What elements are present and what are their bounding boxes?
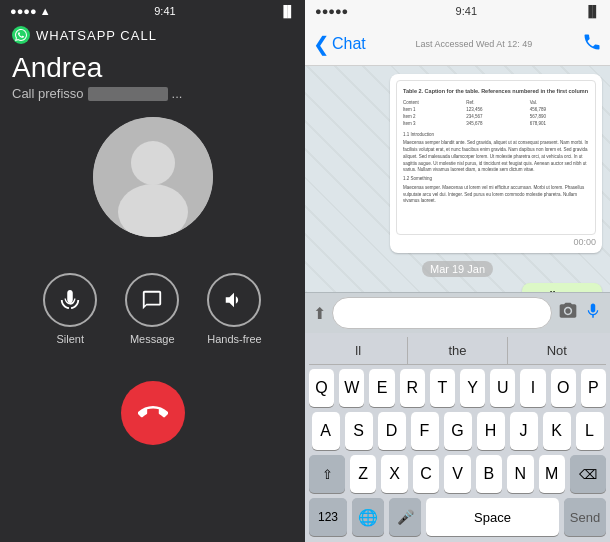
whatsapp-call-title: WHATSAPP CALL bbox=[36, 28, 157, 43]
key-u[interactable]: U bbox=[490, 369, 515, 407]
key-c[interactable]: C bbox=[413, 455, 439, 493]
key-shift[interactable]: ⇧ bbox=[309, 455, 345, 493]
chat-screen: ●●●●● 9:41 ▐▌ ❮ Chat Last Accessed Wed A… bbox=[305, 0, 610, 542]
camera-icon[interactable] bbox=[558, 301, 578, 326]
key-a[interactable]: A bbox=[312, 412, 340, 450]
key-j[interactable]: J bbox=[510, 412, 538, 450]
call-subtitle: Call prefisso ... bbox=[0, 86, 305, 101]
keyboard: ll the Not Q W E R T Y U I O P A S D F G… bbox=[305, 333, 610, 542]
left-battery: ▐▌ bbox=[279, 5, 295, 17]
caller-avatar bbox=[93, 117, 213, 237]
date-separator-text: Mar 19 Jan bbox=[422, 261, 493, 277]
key-y[interactable]: Y bbox=[460, 369, 485, 407]
message-input[interactable] bbox=[332, 297, 552, 329]
document-preview: Table 2. Caption for the table. Referenc… bbox=[396, 80, 596, 235]
keyboard-row-2: A S D F G H J K L bbox=[309, 412, 606, 450]
key-p[interactable]: P bbox=[581, 369, 606, 407]
silent-button[interactable]: Silent bbox=[43, 273, 97, 345]
silent-icon bbox=[43, 273, 97, 327]
message-icon bbox=[125, 273, 179, 327]
chat-call-button[interactable] bbox=[582, 32, 602, 56]
back-button[interactable]: ❮ Chat bbox=[313, 32, 366, 56]
right-battery: ▐▌ bbox=[584, 5, 600, 17]
key-z[interactable]: Z bbox=[350, 455, 376, 493]
right-signal: ●●●●● bbox=[315, 5, 348, 17]
chat-input-area: ⬆ bbox=[305, 292, 610, 333]
message-label: Message bbox=[130, 333, 175, 345]
key-b[interactable]: B bbox=[476, 455, 502, 493]
end-call-button[interactable] bbox=[121, 381, 185, 445]
document-message: Table 2. Caption for the table. Referenc… bbox=[390, 74, 602, 253]
left-status-bar: ●●●● ▲ 9:41 ▐▌ bbox=[0, 0, 305, 22]
left-signal: ●●●● ▲ bbox=[10, 5, 51, 17]
chat-navbar: ❮ Chat Last Accessed Wed At 12: 49 bbox=[305, 22, 610, 66]
key-space[interactable]: Space bbox=[426, 498, 559, 536]
key-g[interactable]: G bbox=[444, 412, 472, 450]
whatsapp-logo bbox=[12, 26, 30, 44]
scroll-button[interactable]: ⬆ bbox=[313, 304, 326, 323]
key-i[interactable]: I bbox=[520, 369, 545, 407]
svg-point-1 bbox=[131, 141, 175, 185]
keyboard-row-4: 123 🌐 🎤 Space Send bbox=[309, 498, 606, 536]
suggestion-2[interactable]: the bbox=[408, 337, 507, 364]
key-x[interactable]: X bbox=[381, 455, 407, 493]
key-r[interactable]: R bbox=[400, 369, 425, 407]
handsfree-button[interactable]: Hands-free bbox=[207, 273, 261, 345]
message-button[interactable]: Message bbox=[125, 273, 179, 345]
key-w[interactable]: W bbox=[339, 369, 364, 407]
keyboard-row-1: Q W E R T Y U I O P bbox=[309, 369, 606, 407]
handsfree-label: Hands-free bbox=[207, 333, 261, 345]
keyboard-row-3: ⇧ Z X C V B N M ⌫ bbox=[309, 455, 606, 493]
key-d[interactable]: D bbox=[378, 412, 406, 450]
chat-title-area: Last Accessed Wed At 12: 49 bbox=[415, 39, 532, 49]
key-l[interactable]: L bbox=[576, 412, 604, 450]
key-k[interactable]: K bbox=[543, 412, 571, 450]
hello-message: Hello 09:34 bbox=[522, 283, 602, 292]
key-f[interactable]: F bbox=[411, 412, 439, 450]
key-123[interactable]: 123 bbox=[309, 498, 347, 536]
hello-text: Hello bbox=[532, 289, 564, 292]
date-separator: Mar 19 Jan bbox=[313, 259, 602, 277]
key-n[interactable]: N bbox=[507, 455, 533, 493]
left-time: 9:41 bbox=[154, 5, 175, 17]
mic-icon[interactable] bbox=[584, 302, 602, 325]
key-globe[interactable]: 🌐 bbox=[352, 498, 384, 536]
chat-messages: Table 2. Caption for the table. Referenc… bbox=[305, 66, 610, 292]
key-v[interactable]: V bbox=[444, 455, 470, 493]
document-time: 00:00 bbox=[396, 237, 596, 247]
key-e[interactable]: E bbox=[369, 369, 394, 407]
call-actions: Silent Message Hands-free bbox=[43, 273, 261, 345]
right-status-bar: ●●●●● 9:41 ▐▌ bbox=[305, 0, 610, 22]
silent-label: Silent bbox=[57, 333, 85, 345]
back-chevron-icon: ❮ bbox=[313, 32, 330, 56]
keyboard-suggestions: ll the Not bbox=[309, 337, 606, 365]
key-t[interactable]: T bbox=[430, 369, 455, 407]
key-q[interactable]: Q bbox=[309, 369, 334, 407]
key-s[interactable]: S bbox=[345, 412, 373, 450]
last-accessed-text: Last Accessed Wed At 12: 49 bbox=[415, 39, 532, 49]
suggestion-1[interactable]: ll bbox=[309, 337, 408, 364]
caller-name: Andrea bbox=[0, 52, 305, 84]
key-h[interactable]: H bbox=[477, 412, 505, 450]
whatsapp-call-header: WHATSAPP CALL bbox=[0, 22, 305, 48]
right-time: 9:41 bbox=[456, 5, 477, 17]
key-o[interactable]: O bbox=[551, 369, 576, 407]
back-label: Chat bbox=[332, 35, 366, 53]
prefix-bar bbox=[88, 87, 168, 101]
suggestion-3[interactable]: Not bbox=[508, 337, 606, 364]
handsfree-icon bbox=[207, 273, 261, 327]
key-m[interactable]: M bbox=[539, 455, 565, 493]
key-mic[interactable]: 🎤 bbox=[389, 498, 421, 536]
key-send[interactable]: Send bbox=[564, 498, 606, 536]
call-screen: ●●●● ▲ 9:41 ▐▌ WHATSAPP CALL Andrea Call… bbox=[0, 0, 305, 542]
key-delete[interactable]: ⌫ bbox=[570, 455, 606, 493]
